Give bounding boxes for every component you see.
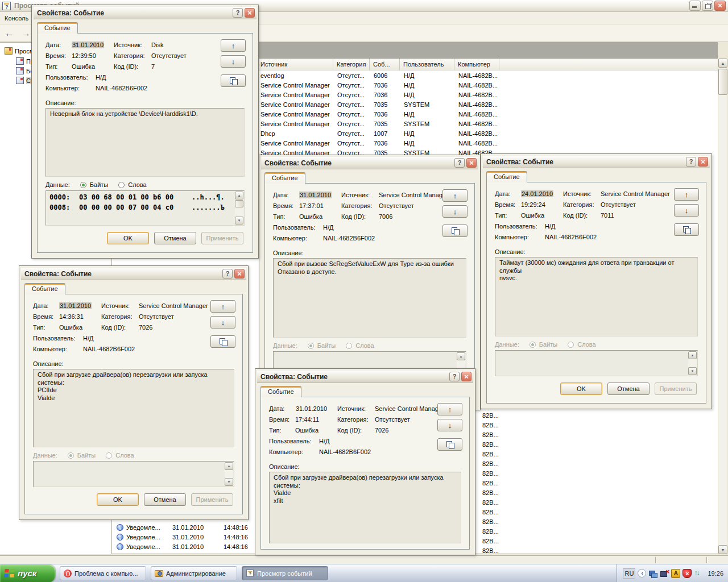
ok-button[interactable]: OK bbox=[107, 232, 149, 244]
scroll-thumb[interactable] bbox=[718, 69, 727, 95]
dialog-titlebar[interactable]: Свойства: Событие bbox=[34, 7, 257, 19]
copy-to-clipboard-button[interactable] bbox=[437, 438, 462, 451]
previous-event-button[interactable]: ↑ bbox=[437, 403, 462, 415]
dialog-titlebar[interactable]: Свойства: Событие bbox=[483, 156, 710, 168]
collapse-chevron-icon[interactable]: ‹ bbox=[638, 569, 646, 577]
tab-event[interactable]: Событие bbox=[37, 22, 78, 34]
menu-console[interactable]: Консоль bbox=[5, 15, 28, 22]
taskbar-button-administration[interactable]: Администрирование bbox=[151, 566, 237, 580]
user-value: Н/Д bbox=[323, 223, 333, 232]
scroll-down-button[interactable] bbox=[688, 367, 697, 375]
network-icon[interactable] bbox=[648, 569, 657, 578]
scroll-up-button[interactable]: ▲ bbox=[718, 59, 727, 68]
column-header-user[interactable]: Пользователь bbox=[400, 59, 454, 70]
dialog-titlebar[interactable]: Свойства: Событие bbox=[261, 157, 478, 169]
data-scrollbar[interactable] bbox=[688, 351, 697, 375]
tab-event[interactable]: Событие bbox=[264, 172, 305, 184]
forward-icon[interactable]: → bbox=[21, 28, 31, 38]
words-radio[interactable] bbox=[106, 452, 112, 459]
previous-event-button[interactable]: ↑ bbox=[442, 189, 468, 202]
start-button[interactable]: пуск bbox=[0, 564, 55, 582]
next-event-button[interactable]: ↓ bbox=[674, 204, 699, 217]
bytes-radio[interactable] bbox=[530, 342, 536, 348]
copy-to-clipboard-button[interactable] bbox=[442, 225, 468, 237]
next-event-button[interactable]: ↓ bbox=[210, 316, 235, 329]
words-radio[interactable] bbox=[568, 342, 574, 348]
copy-to-clipboard-button[interactable] bbox=[210, 335, 235, 348]
antivirus-icon[interactable] bbox=[671, 569, 680, 578]
close-button[interactable] bbox=[234, 269, 245, 278]
scroll-down-button[interactable] bbox=[235, 217, 243, 225]
column-header-category[interactable]: Категория bbox=[333, 59, 370, 70]
tab-event[interactable]: Событие bbox=[260, 386, 301, 397]
close-button[interactable] bbox=[245, 8, 255, 18]
bytes-radio[interactable] bbox=[68, 452, 74, 459]
cancel-button[interactable]: Отмена bbox=[144, 493, 186, 506]
previous-event-button[interactable]: ↑ bbox=[674, 188, 699, 201]
previous-event-button[interactable]: ↑ bbox=[210, 300, 235, 313]
close-button[interactable] bbox=[466, 158, 477, 168]
dialog-titlebar[interactable]: Свойства: Событие bbox=[21, 268, 246, 280]
category-value: Отсутствует bbox=[375, 415, 410, 425]
help-button[interactable] bbox=[222, 269, 233, 278]
copy-to-clipboard-button[interactable] bbox=[674, 223, 699, 236]
restore-button[interactable] bbox=[702, 1, 713, 11]
taskbar-button-opera[interactable]: Проблема с компью... bbox=[60, 566, 146, 580]
computer-value: NAIL-4682B6F002 bbox=[96, 84, 147, 93]
clock[interactable]: 19:26 bbox=[708, 570, 723, 577]
cell-source: Service Control Manager bbox=[260, 139, 333, 148]
scroll-thumb[interactable] bbox=[235, 200, 243, 207]
close-button[interactable] bbox=[698, 157, 708, 167]
scroll-up-button[interactable] bbox=[688, 351, 697, 359]
help-button[interactable] bbox=[454, 158, 465, 168]
next-event-button[interactable]: ↓ bbox=[221, 55, 246, 68]
minimize-button[interactable] bbox=[689, 1, 701, 11]
help-button[interactable] bbox=[449, 372, 460, 381]
bytes-radio[interactable] bbox=[80, 182, 86, 188]
ok-button[interactable]: OK bbox=[560, 383, 602, 395]
data-scrollbar[interactable] bbox=[235, 192, 243, 225]
scroll-up-button[interactable] bbox=[235, 192, 243, 199]
scroll-up-button[interactable] bbox=[457, 352, 465, 360]
security-alert-icon[interactable] bbox=[682, 569, 692, 578]
words-radio[interactable] bbox=[346, 343, 352, 349]
network-disconnected-icon[interactable] bbox=[660, 569, 669, 578]
tab-event[interactable]: Событие bbox=[486, 171, 527, 182]
next-event-button[interactable]: ↓ bbox=[437, 419, 462, 431]
cancel-button[interactable]: Отмена bbox=[154, 232, 196, 244]
scroll-up-button[interactable] bbox=[225, 462, 233, 470]
hex-data-line: 0008: 00 00 00 00 07 00 04 c0 .......Ъ bbox=[49, 202, 233, 213]
close-button[interactable] bbox=[714, 1, 726, 11]
bytes-radio[interactable] bbox=[308, 343, 314, 349]
next-event-button[interactable]: ↓ bbox=[442, 205, 468, 218]
hex-bytes: 03 00 68 00 01 00 b6 00 bbox=[79, 192, 192, 202]
time-label: Время: bbox=[269, 415, 295, 425]
column-header-computer[interactable]: Компьютер bbox=[454, 59, 499, 70]
column-header-event[interactable]: Соб... bbox=[370, 59, 400, 70]
column-header-source[interactable]: Источник bbox=[257, 59, 333, 70]
event-id-value: 7011 bbox=[601, 211, 614, 221]
type-label: Тип: bbox=[46, 62, 72, 72]
cancel-button[interactable]: Отмена bbox=[607, 383, 650, 395]
tab-event[interactable]: Событие bbox=[24, 283, 65, 294]
back-icon[interactable]: ← bbox=[5, 28, 14, 38]
help-button[interactable] bbox=[686, 157, 696, 167]
vertical-scrollbar[interactable]: ▲ ▼ bbox=[718, 59, 727, 554]
data-scrollbar[interactable] bbox=[225, 462, 233, 486]
scroll-down-button[interactable]: ▼ bbox=[718, 545, 727, 554]
time-label: Время: bbox=[33, 312, 59, 322]
ok-button[interactable]: OK bbox=[97, 493, 139, 506]
words-radio[interactable] bbox=[118, 182, 125, 188]
traffic-icon[interactable] bbox=[694, 569, 703, 578]
cell-category: Отсутст... bbox=[337, 71, 370, 81]
previous-event-button[interactable]: ↑ bbox=[221, 39, 246, 52]
source-value: Service Control Manager bbox=[379, 190, 448, 200]
taskbar-button-event-viewer[interactable]: Просмотр событий bbox=[242, 566, 328, 580]
description-text: Сбой при загрузке драйвера(ов) перезагру… bbox=[38, 371, 230, 402]
scroll-down-button[interactable] bbox=[225, 478, 233, 486]
language-indicator[interactable]: RU bbox=[623, 568, 635, 579]
copy-to-clipboard-button[interactable] bbox=[221, 74, 246, 87]
dialog-titlebar[interactable]: Свойства: Событие bbox=[257, 371, 473, 383]
help-button[interactable] bbox=[233, 8, 243, 18]
close-button[interactable] bbox=[461, 372, 471, 381]
